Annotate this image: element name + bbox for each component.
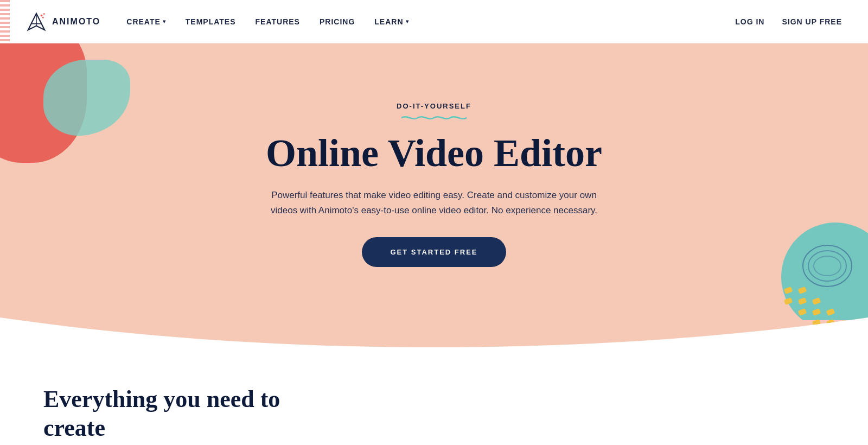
svg-point-5 — [42, 16, 44, 18]
nav-learn[interactable]: LEARN ▾ — [374, 17, 409, 26]
dot — [812, 308, 821, 316]
bottom-title-line1: Everything you need to create — [43, 386, 280, 441]
hero-section: DO-IT-YOURSELF Online Video Editor Power… — [0, 43, 868, 347]
dot — [812, 297, 821, 305]
bottom-title: Everything you need to create stunning v… — [43, 385, 315, 445]
dot — [812, 319, 821, 327]
nav-links: CREATE ▾ TEMPLATES FEATURES PRICING LEAR… — [126, 17, 735, 26]
nav-right: LOG IN SIGN UP FREE — [735, 17, 842, 26]
svg-point-4 — [43, 13, 45, 15]
create-chevron-icon: ▾ — [163, 18, 166, 24]
dot — [784, 287, 793, 294]
learn-chevron-icon: ▾ — [406, 18, 409, 24]
yellow-dots-decoration — [784, 288, 835, 326]
dot — [784, 297, 793, 305]
hero-description: Powerful features that make video editin… — [260, 188, 608, 217]
hero-title: Online Video Editor — [260, 132, 608, 175]
nav-signup[interactable]: SIGN UP FREE — [782, 17, 842, 26]
navbar: ANIMOTO CREATE ▾ TEMPLATES FEATURES PRIC… — [0, 0, 868, 43]
get-started-button[interactable]: GET STARTED FREE — [362, 237, 506, 267]
logo-icon — [26, 11, 47, 32]
left-stripe-decoration — [0, 0, 10, 43]
dot — [798, 297, 807, 305]
dot — [826, 319, 835, 327]
svg-point-3 — [41, 14, 43, 16]
nav-features[interactable]: FEATURES — [256, 17, 300, 26]
dot — [798, 287, 807, 294]
bottom-title-line2: stunning videos — [43, 443, 202, 445]
dot — [798, 308, 807, 316]
bottom-section: Everything you need to create stunning v… — [0, 347, 868, 445]
dot — [826, 308, 835, 316]
nav-pricing[interactable]: PRICING — [320, 17, 355, 26]
nav-create[interactable]: CREATE ▾ — [126, 17, 166, 26]
blob-teal-decoration — [43, 60, 130, 136]
nav-templates[interactable]: TEMPLATES — [186, 17, 236, 26]
nav-login[interactable]: LOG IN — [735, 17, 764, 26]
wavy-underline-decoration — [401, 115, 467, 121]
logo[interactable]: ANIMOTO — [26, 11, 100, 32]
hero-subtitle: DO-IT-YOURSELF — [260, 102, 608, 110]
logo-text: ANIMOTO — [52, 17, 100, 27]
hero-content: DO-IT-YOURSELF Online Video Editor Power… — [260, 102, 608, 267]
